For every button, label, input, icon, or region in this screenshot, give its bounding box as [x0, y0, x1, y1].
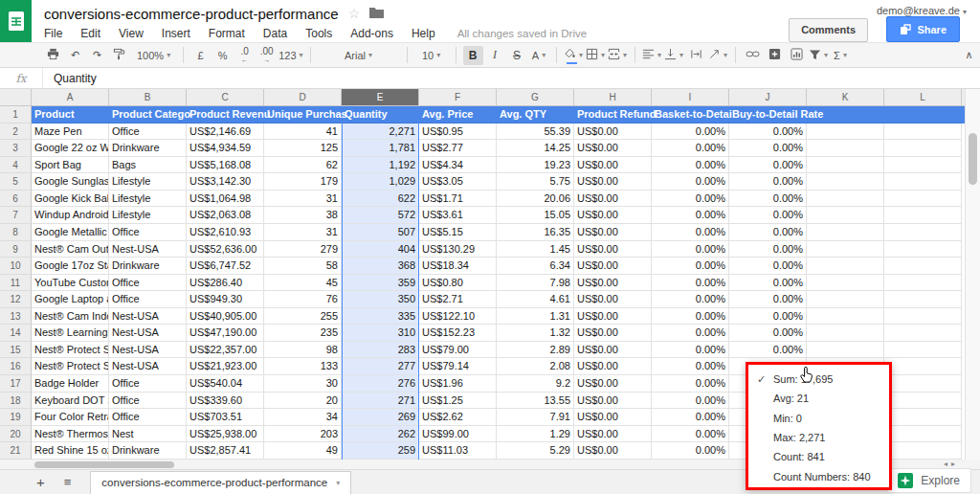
cell-K13[interactable] — [807, 308, 884, 326]
cell-J11[interactable]: 0.00% — [729, 275, 807, 292]
sheets-logo-icon[interactable] — [0, 0, 32, 42]
cell-L2[interactable] — [884, 124, 962, 141]
cell-I4[interactable]: 0.00% — [652, 157, 729, 174]
cell-C17[interactable]: US$540.04 — [187, 375, 264, 393]
cell-H19[interactable]: US$0.00 — [574, 409, 652, 426]
cell-B19[interactable]: Office — [109, 409, 187, 426]
cell-I1[interactable]: Basket-to-Detai — [652, 106, 729, 124]
stats-menu-item[interactable]: Min: 0 — [748, 409, 889, 428]
cell-C8[interactable]: US$2,610.93 — [187, 224, 264, 241]
cell-I19[interactable]: 0.00% — [652, 409, 729, 426]
cell-A7[interactable]: Windup Android — [32, 207, 109, 224]
cell-D13[interactable]: 255 — [264, 308, 342, 326]
doc-title[interactable]: conversions-ecommerce-product-performanc… — [44, 6, 339, 22]
cell-L1[interactable] — [884, 106, 962, 124]
menu-addons[interactable]: Add-ons — [350, 27, 393, 40]
cell-I16[interactable]: 0.00% — [652, 358, 729, 375]
cell-C15[interactable]: US$22,357.00 — [187, 342, 264, 359]
cell-I15[interactable]: 0.00% — [652, 342, 729, 359]
all-sheets-menu-icon[interactable]: ≡ — [64, 475, 72, 489]
cell-G15[interactable]: 2.89 — [497, 342, 574, 359]
cell-H13[interactable]: US$0.00 — [574, 308, 652, 326]
cell-D18[interactable]: 20 — [264, 393, 342, 410]
row-header-21[interactable]: 21 — [0, 442, 32, 460]
row-header-10[interactable]: 10 — [0, 258, 32, 275]
row-header-9[interactable]: 9 — [0, 241, 32, 258]
menu-file[interactable]: File — [44, 27, 62, 40]
share-button[interactable]: Share — [886, 16, 960, 42]
cell-F4[interactable]: US$4.34 — [419, 157, 497, 174]
cell-G19[interactable]: 7.91 — [497, 409, 574, 426]
cell-J13[interactable]: 0.00% — [729, 308, 807, 326]
redo-button[interactable]: ↷ — [87, 46, 107, 65]
cell-L18[interactable] — [884, 393, 962, 410]
cell-B2[interactable]: Office — [109, 124, 187, 141]
cell-E6[interactable]: 622 — [342, 191, 419, 208]
menu-help[interactable]: Help — [412, 27, 435, 40]
cell-I14[interactable]: 0.00% — [652, 325, 729, 342]
fill-color-button[interactable]: ▾ — [564, 46, 584, 65]
collapse-toolbar-button[interactable]: ∧ — [959, 46, 979, 65]
cell-H21[interactable]: US$0.00 — [574, 442, 652, 460]
cell-B21[interactable]: Drinkware — [109, 442, 187, 460]
vertical-scrollbar[interactable] — [965, 89, 980, 460]
cell-G7[interactable]: 15.05 — [497, 207, 574, 224]
cell-K5[interactable] — [807, 173, 884, 191]
cell-L4[interactable] — [884, 157, 962, 174]
undo-button[interactable]: ↶ — [65, 46, 85, 65]
cell-G13[interactable]: 1.31 — [497, 308, 574, 326]
format-percent-button[interactable]: % — [212, 46, 233, 65]
stats-menu-item[interactable]: ✓Sum: 17,695 — [748, 370, 889, 389]
cell-J2[interactable]: 0.00% — [729, 124, 807, 141]
cell-C7[interactable]: US$2,063.08 — [187, 207, 264, 224]
cell-C5[interactable]: US$3,142.30 — [187, 173, 264, 191]
cell-G8[interactable]: 16.35 — [497, 224, 574, 241]
cell-J5[interactable]: 0.00% — [729, 173, 807, 191]
horizontal-align-button[interactable]: ▾ — [642, 46, 662, 65]
cell-I13[interactable]: 0.00% — [652, 308, 729, 326]
cell-D15[interactable]: 98 — [264, 342, 342, 359]
row-header-3[interactable]: 3 — [0, 140, 32, 157]
cell-L19[interactable] — [884, 409, 962, 426]
cell-D14[interactable]: 235 — [264, 325, 342, 342]
comments-button[interactable]: Comments — [789, 18, 868, 42]
row-header-6[interactable]: 6 — [0, 191, 32, 208]
stats-menu-item[interactable]: Count: 841 — [748, 447, 889, 466]
column-header-F[interactable]: F — [419, 89, 497, 105]
cell-D7[interactable]: 38 — [264, 207, 342, 224]
cell-J9[interactable]: 0.00% — [729, 241, 807, 258]
cell-B18[interactable]: Office — [109, 393, 187, 410]
cell-L21[interactable] — [884, 442, 962, 460]
cell-L3[interactable] — [884, 140, 962, 157]
cell-C4[interactable]: US$5,168.08 — [187, 157, 264, 174]
font-family-select[interactable]: Arial▾ — [318, 46, 400, 65]
cell-D10[interactable]: 58 — [264, 258, 342, 275]
text-wrap-button[interactable] — [686, 46, 706, 65]
cell-H4[interactable]: US$0.00 — [574, 157, 652, 174]
cell-H5[interactable]: US$0.00 — [574, 173, 652, 191]
cell-A2[interactable]: Maze Pen — [32, 124, 109, 141]
cell-H20[interactable]: US$0.00 — [574, 426, 652, 443]
cell-H9[interactable]: US$0.00 — [574, 241, 652, 258]
cell-K4[interactable] — [807, 157, 884, 174]
cell-G10[interactable]: 6.34 — [497, 258, 574, 275]
cell-A21[interactable]: Red Shine 15 oz — [32, 442, 109, 460]
cell-I8[interactable]: 0.00% — [652, 224, 729, 241]
cell-F21[interactable]: US$11.03 — [419, 442, 497, 460]
cell-F9[interactable]: US$130.29 — [419, 241, 497, 258]
bold-button[interactable]: B — [463, 46, 483, 65]
cell-K9[interactable] — [807, 241, 884, 258]
stats-menu-item[interactable]: Count Numbers: 840 — [748, 466, 889, 485]
cell-H12[interactable]: US$0.00 — [574, 291, 652, 308]
cell-C16[interactable]: US$21,923.00 — [187, 358, 264, 375]
vertical-scrollbar-thumb[interactable] — [969, 133, 977, 185]
cell-E21[interactable]: 259 — [342, 442, 419, 460]
cell-L10[interactable] — [884, 258, 962, 275]
cell-E13[interactable]: 335 — [342, 308, 419, 326]
cell-L13[interactable] — [884, 308, 962, 326]
cell-C9[interactable]: US$52,636.00 — [187, 241, 264, 258]
cell-E17[interactable]: 276 — [342, 375, 419, 393]
cell-L9[interactable] — [884, 241, 962, 258]
cell-J14[interactable]: 0.00% — [729, 325, 807, 342]
row-header-7[interactable]: 7 — [0, 207, 32, 224]
